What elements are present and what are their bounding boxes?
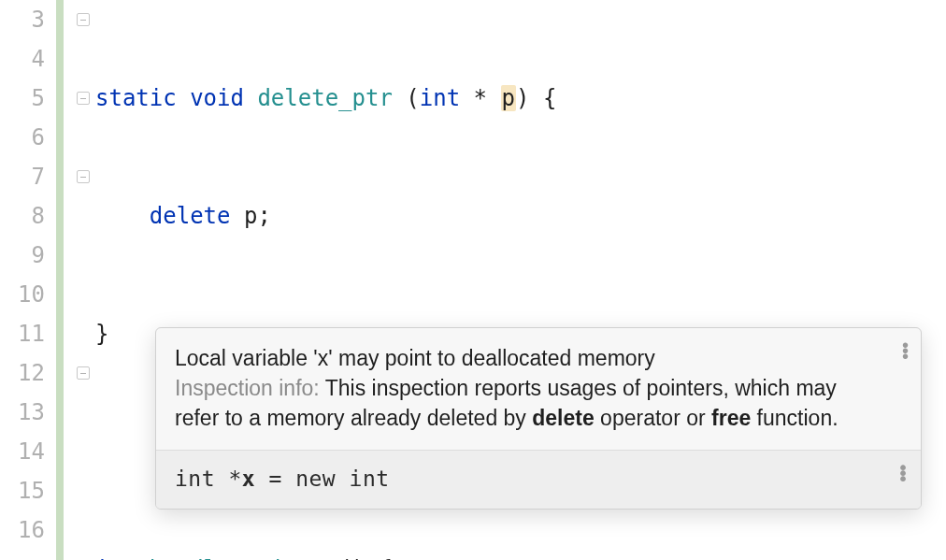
line-number: 12: [0, 353, 45, 393]
line-number: 9: [0, 236, 45, 275]
fold-toggle-icon[interactable]: –: [77, 170, 90, 183]
line-number: 3: [0, 0, 45, 39]
line-number: 5: [0, 79, 45, 118]
tooltip-body: ••• Local variable 'x' may point to deal…: [156, 328, 921, 450]
fold-toggle-icon[interactable]: –: [77, 13, 90, 26]
code-line[interactable]: int handle_pointer() {: [95, 550, 946, 560]
parameter-highlight: p: [501, 85, 516, 111]
more-actions-icon[interactable]: •••: [897, 464, 910, 481]
line-number: 10: [0, 275, 45, 314]
tooltip-code-snippet: ••• int *x = new int: [156, 450, 921, 509]
line-number: 11: [0, 314, 45, 353]
line-number: 6: [0, 118, 45, 157]
line-number-gutter: 3 4 5 6 7 8 9 10 11 12 13 14 15 16: [0, 0, 56, 560]
inspection-tooltip: ••• Local variable 'x' may point to deal…: [155, 327, 922, 510]
vcs-added-marker: [56, 0, 64, 560]
change-marker-column: [56, 0, 75, 560]
fold-column: – – – –: [75, 0, 95, 560]
line-number: 7: [0, 157, 45, 196]
code-line[interactable]: static void delete_ptr (int * p) {: [95, 79, 946, 118]
fold-toggle-icon[interactable]: –: [77, 366, 90, 380]
line-number: 4: [0, 39, 45, 79]
line-number: 14: [0, 432, 45, 471]
more-actions-icon[interactable]: •••: [902, 341, 910, 358]
tooltip-title: Local variable 'x' may point to dealloca…: [175, 343, 874, 373]
line-number: 16: [0, 510, 45, 550]
tooltip-description: Inspection info: This inspection reports…: [175, 373, 874, 433]
code-line[interactable]: delete p;: [95, 196, 946, 236]
inspection-info-label: Inspection info:: [175, 376, 320, 400]
line-number: 13: [0, 393, 45, 432]
line-number: 8: [0, 196, 45, 236]
line-number: 15: [0, 471, 45, 510]
fold-toggle-icon[interactable]: –: [77, 92, 90, 105]
